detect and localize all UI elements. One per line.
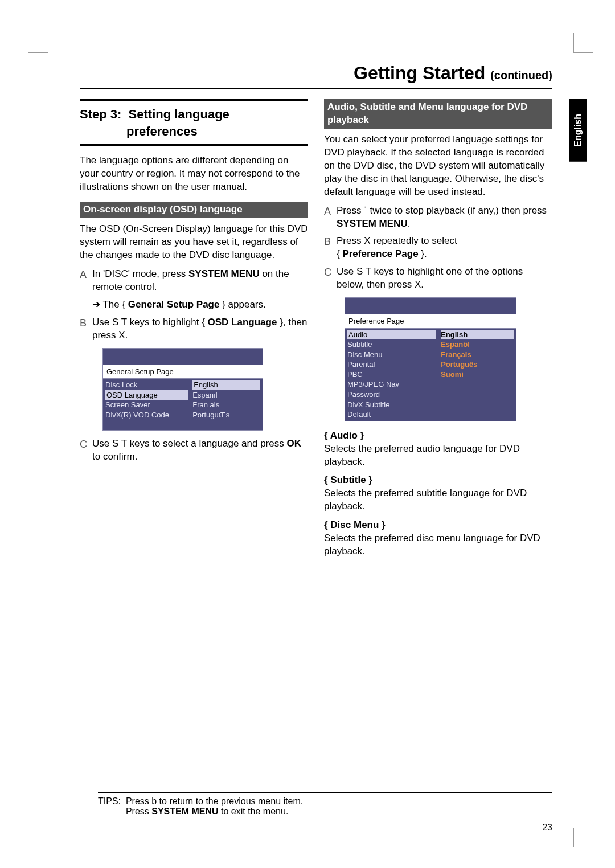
discmenu-option: { Disc Menu }Selects the preferred disc …: [324, 519, 552, 558]
audio-option: { Audio }Selects the preferred audio lan…: [324, 429, 552, 469]
intro-text: The language options are different depen…: [80, 154, 308, 194]
step-heading: Step 3: Setting language preferences: [80, 99, 308, 146]
step-a-right: A Press ˙ twice to stop playback (if any…: [324, 204, 552, 231]
step-b-right: B Press X repeatedly to select { Prefere…: [324, 235, 552, 261]
tips-footer: TIPS: Press b to return to the previous …: [98, 792, 552, 817]
osd-subheading: On-screen display (OSD) language: [80, 202, 308, 218]
step-c: C Use S T keys to select a language and …: [80, 437, 308, 464]
step-c-right: C Use S T keys to highlight one of the o…: [324, 265, 552, 292]
preference-page-menu-illustration: Preference Page Audio Subtitle Disc Menu…: [345, 297, 516, 421]
dvd-language-subheading: Audio, Subtitle and Menu language for DV…: [324, 99, 552, 129]
page-number: 23: [542, 822, 552, 833]
page-title: Getting Started (continued): [80, 63, 552, 89]
osd-paragraph: The OSD (On-Screen Display) language for…: [80, 223, 308, 262]
step-a: A In 'DISC' mode, press SYSTEM MENU on t…: [80, 268, 308, 294]
subtitle-option: { Subtitle }Selects the preferred subtit…: [324, 474, 552, 513]
dvd-intro-text: You can select your preferred language s…: [324, 133, 552, 199]
right-column: Audio, Subtitle and Menu language for DV…: [324, 99, 552, 564]
step-a-result: ➔ The { General Setup Page } appears.: [92, 298, 308, 312]
left-column: Step 3: Setting language preferences The…: [80, 99, 308, 564]
general-setup-menu-illustration: General Setup Page Disc Lock OSD Languag…: [102, 348, 263, 431]
step-b: B Use S T keys to highlight { OSD Langua…: [80, 316, 308, 342]
